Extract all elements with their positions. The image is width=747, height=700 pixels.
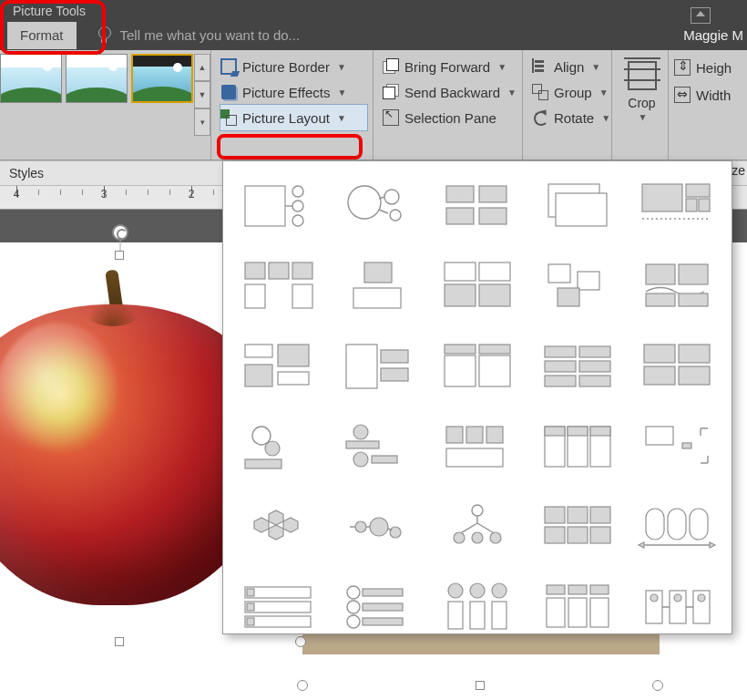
layout-option-3[interactable] xyxy=(430,169,525,243)
chevron-down-icon: ▼ xyxy=(601,113,610,123)
user-name[interactable]: Maggie M xyxy=(683,27,743,43)
group-label: Group xyxy=(554,85,592,100)
svg-rect-22 xyxy=(364,262,392,283)
layout-option-28[interactable] xyxy=(430,570,525,644)
height-field[interactable]: Heigh xyxy=(674,54,732,81)
width-field[interactable]: Width xyxy=(674,81,732,108)
crop-label[interactable]: Crop xyxy=(619,96,664,110)
svg-marker-77 xyxy=(269,525,283,540)
layout-option-24[interactable] xyxy=(530,489,625,564)
gallery-scroll-down[interactable]: ▼ xyxy=(194,81,210,108)
svg-rect-88 xyxy=(590,507,610,523)
layout-option-30[interactable] xyxy=(629,570,724,644)
picture-layout-gallery xyxy=(222,160,732,634)
gallery-scroll-up[interactable]: ▲ xyxy=(194,54,210,81)
layout-option-7[interactable] xyxy=(331,249,425,324)
svg-rect-0 xyxy=(245,186,285,226)
bring-forward-button[interactable]: Bring Forward▼ xyxy=(383,54,517,79)
rotate-button[interactable]: Rotate▼ xyxy=(532,105,606,130)
layout-option-16[interactable] xyxy=(230,409,325,484)
layout-option-2[interactable] xyxy=(331,169,425,243)
svg-rect-26 xyxy=(445,284,476,306)
tell-me-search[interactable]: Tell me what you want to do... xyxy=(120,27,301,43)
layout-option-8[interactable] xyxy=(430,249,525,324)
svg-rect-44 xyxy=(445,345,476,354)
layout-option-15[interactable] xyxy=(629,329,724,404)
picture-style-thumb[interactable] xyxy=(0,54,62,103)
layout-option-13[interactable] xyxy=(430,329,525,404)
svg-rect-90 xyxy=(568,527,588,543)
resize-handle[interactable] xyxy=(115,637,124,646)
layout-option-4[interactable] xyxy=(530,169,625,243)
svg-rect-119 xyxy=(568,598,587,627)
layout-option-23[interactable] xyxy=(430,489,525,564)
svg-rect-53 xyxy=(679,345,710,363)
layout-option-21[interactable] xyxy=(230,489,325,564)
picture-style-thumb-selected[interactable] xyxy=(131,54,193,103)
selection-pane-label: Selection Pane xyxy=(404,110,496,126)
svg-rect-112 xyxy=(448,602,463,629)
layout-option-18[interactable] xyxy=(430,409,525,484)
svg-rect-86 xyxy=(545,507,565,523)
layout-option-12[interactable] xyxy=(331,329,425,404)
gallery-expand[interactable]: ▾ xyxy=(194,108,210,136)
svg-rect-30 xyxy=(558,288,579,306)
resize-handle[interactable] xyxy=(476,681,485,690)
picture-border-button[interactable]: Picture Border▼ xyxy=(220,54,367,79)
height-icon xyxy=(674,59,691,76)
layout-option-22[interactable] xyxy=(331,489,425,564)
svg-rect-113 xyxy=(470,602,485,629)
send-backward-button[interactable]: Send Backward▼ xyxy=(383,79,517,105)
layout-option-26[interactable] xyxy=(230,570,325,644)
selection-pane-button[interactable]: Selection Pane xyxy=(383,105,517,130)
resize-handle[interactable] xyxy=(652,680,663,691)
align-button[interactable]: Align▼ xyxy=(532,54,606,79)
svg-rect-48 xyxy=(545,361,576,372)
svg-rect-27 xyxy=(479,284,510,306)
svg-rect-63 xyxy=(446,427,463,443)
svg-rect-21 xyxy=(292,284,312,308)
tab-format[interactable]: Format xyxy=(7,22,77,49)
picture-layout-icon xyxy=(220,109,237,126)
picture-commands-group: Picture Border▼ Picture Effects▼ Picture… xyxy=(211,50,374,160)
chevron-down-icon: ▼ xyxy=(591,62,600,72)
svg-rect-17 xyxy=(245,262,265,279)
rotate-handle[interactable] xyxy=(112,224,128,241)
layout-option-1[interactable] xyxy=(230,169,325,243)
chevron-down-icon[interactable]: ▼ xyxy=(621,112,664,122)
crop-icon[interactable] xyxy=(624,57,660,94)
layout-option-6[interactable] xyxy=(230,249,325,324)
layout-option-5[interactable] xyxy=(629,169,724,243)
tell-me-placeholder: Tell me what you want to do... xyxy=(120,27,301,43)
layout-option-10[interactable] xyxy=(629,249,724,324)
layout-option-27[interactable] xyxy=(331,570,425,644)
svg-point-56 xyxy=(252,427,271,445)
layout-option-25[interactable] xyxy=(629,489,724,564)
svg-rect-29 xyxy=(578,272,599,290)
picture-style-thumb[interactable] xyxy=(66,54,128,103)
group-button[interactable]: Group▼ xyxy=(532,79,606,105)
send-backward-icon xyxy=(383,84,399,100)
picture-styles-gallery: ▲ ▼ ▾ xyxy=(0,50,211,160)
layout-option-29[interactable] xyxy=(530,570,625,644)
svg-rect-37 xyxy=(245,365,272,386)
layout-option-19[interactable] xyxy=(530,409,625,484)
layout-option-20[interactable] xyxy=(629,409,724,484)
layout-option-11[interactable] xyxy=(230,329,325,404)
svg-point-6 xyxy=(390,210,401,221)
svg-rect-93 xyxy=(668,509,686,540)
layout-option-9[interactable] xyxy=(530,249,625,324)
contextual-tab-title: Picture Tools xyxy=(13,4,86,18)
layout-option-14[interactable] xyxy=(530,329,625,404)
svg-point-1 xyxy=(292,186,303,197)
width-label: Width xyxy=(696,88,731,103)
svg-rect-104 xyxy=(363,589,403,596)
chevron-down-icon: ▼ xyxy=(337,88,346,98)
svg-rect-54 xyxy=(644,366,675,385)
resize-handle[interactable] xyxy=(297,680,308,691)
picture-effects-button[interactable]: Picture Effects▼ xyxy=(220,79,367,105)
picture-layout-button[interactable]: Picture Layout▼ xyxy=(220,105,367,130)
send-backward-label: Send Backward xyxy=(404,85,500,100)
resize-handle[interactable] xyxy=(115,251,124,260)
layout-option-17[interactable] xyxy=(331,409,425,484)
